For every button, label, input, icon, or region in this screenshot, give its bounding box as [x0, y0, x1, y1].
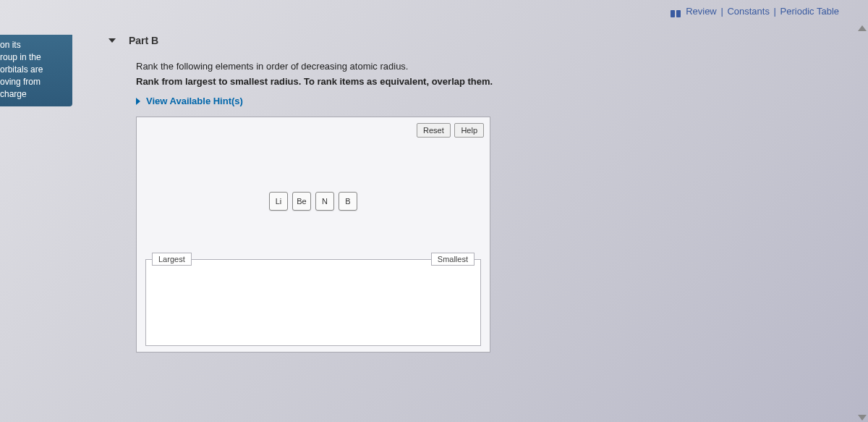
caret-down-icon [109, 38, 116, 43]
ranking-widget: Reset Help Li Be N B Largest Smallest [136, 117, 490, 353]
view-hints-toggle[interactable]: View Available Hint(s) [136, 96, 839, 106]
scroll-up-icon[interactable] [858, 25, 867, 31]
main-content: Part B Rank the following elements in or… [109, 35, 839, 353]
hints-label: View Available Hint(s) [146, 96, 243, 106]
caret-right-icon [136, 98, 140, 105]
dropzone-label-smallest: Smallest [431, 253, 475, 266]
separator: | [774, 6, 776, 17]
instruction-line-1: Rank the following elements in order of … [136, 61, 839, 72]
element-chip-b[interactable]: B [339, 192, 357, 211]
book-icon [671, 9, 681, 16]
instruction-line-2: Rank from largest to smallest radius. To… [136, 76, 839, 87]
help-button[interactable]: Help [454, 123, 484, 138]
constants-link[interactable]: Constants [727, 6, 770, 17]
left-panel-fragment: on its roup in the orbitals are oving fr… [0, 35, 72, 106]
ranking-dropzone[interactable]: Largest Smallest [145, 259, 481, 346]
fragment-text: oving from [0, 76, 68, 88]
fragment-text: charge [0, 88, 68, 101]
svg-rect-0 [671, 10, 675, 17]
part-header[interactable]: Part B [109, 35, 839, 46]
fragment-text: on its [0, 39, 68, 51]
svg-rect-1 [676, 10, 681, 17]
reset-button[interactable]: Reset [417, 123, 451, 138]
staging-area: Li Be N B [142, 143, 484, 259]
dropzone-label-largest: Largest [152, 253, 192, 266]
element-chip-li[interactable]: Li [269, 192, 288, 211]
part-title: Part B [129, 35, 158, 46]
element-chip-n[interactable]: N [315, 192, 334, 211]
top-links: Review | Constants | Periodic Table [671, 6, 840, 17]
separator: | [720, 6, 723, 17]
periodic-table-link[interactable]: Periodic Table [780, 6, 839, 17]
widget-toolbar: Reset Help [142, 123, 484, 138]
review-link[interactable]: Review [686, 6, 717, 17]
fragment-text: orbitals are [0, 64, 68, 76]
scroll-down-icon[interactable] [858, 415, 867, 421]
fragment-text: roup in the [0, 51, 68, 64]
element-chip-be[interactable]: Be [292, 192, 311, 211]
